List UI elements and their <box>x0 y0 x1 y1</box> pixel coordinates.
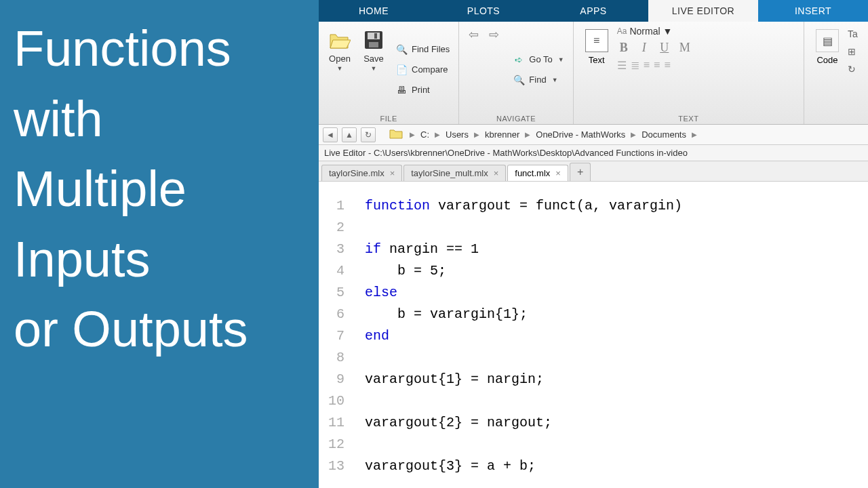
close-icon[interactable]: × <box>555 168 561 178</box>
code-line[interactable]: b = varargin{1}; <box>365 304 868 325</box>
code-line[interactable] <box>365 434 868 455</box>
title-line-2: with <box>14 84 305 155</box>
code-line[interactable] <box>365 347 868 369</box>
app-panel: HOME PLOTS APPS LIVE EDITOR INSERT Open … <box>319 0 868 488</box>
code-line[interactable]: varargout{2} = nargout; <box>365 412 868 434</box>
tab-apps[interactable]: APPS <box>538 0 648 22</box>
text-mode-button[interactable]: ≡ Text <box>579 26 614 113</box>
folder-icon <box>389 128 403 142</box>
italic-button[interactable]: I <box>637 41 651 55</box>
editor-title: Live Editor - C:\Users\kbrenner\OneDrive… <box>319 145 868 161</box>
breadcrumb-sep-icon: ▶ <box>471 131 482 138</box>
goto-button[interactable]: ➪ Go To ▼ <box>509 52 567 68</box>
code-mode-button[interactable]: ▤ Code <box>810 26 845 121</box>
align-left-button[interactable]: ≡ <box>644 59 650 72</box>
close-icon[interactable]: × <box>494 168 499 178</box>
code-line[interactable] <box>365 390 868 412</box>
title-panel: Functions with Multiple Inputs or Output… <box>0 0 319 488</box>
code-line[interactable]: varargout{3} = a + b; <box>365 455 868 477</box>
line-number: 1 <box>319 195 344 217</box>
svg-rect-3 <box>374 33 377 39</box>
monospace-button[interactable]: M <box>678 41 692 55</box>
line-number: 10 <box>319 390 344 412</box>
file-tab[interactable]: taylorSine.mlx × <box>321 165 402 181</box>
print-button[interactable]: 🖶 Print <box>392 82 453 98</box>
file-tab[interactable]: taylorSine_mult.mlx × <box>403 165 506 181</box>
tab-live-editor[interactable]: LIVE EDITOR <box>648 0 758 22</box>
breadcrumb-seg[interactable]: kbrenner <box>484 128 521 141</box>
open-button[interactable]: Open ▼ <box>324 26 355 113</box>
nav-back-button[interactable]: ◄ <box>323 127 338 142</box>
breadcrumb-sep-icon: ▶ <box>689 131 700 138</box>
code-line[interactable]: else <box>365 282 868 304</box>
close-icon[interactable]: × <box>390 168 395 178</box>
save-button[interactable]: Save ▼ <box>358 26 389 113</box>
ribbon-group-text-label: TEXT <box>579 113 798 123</box>
code-line[interactable]: end <box>365 325 868 347</box>
line-number: 8 <box>319 347 344 369</box>
compare-button[interactable]: 📄 Compare <box>392 62 453 78</box>
line-number: 7 <box>319 325 344 347</box>
title-line-1: Functions <box>14 14 305 84</box>
breadcrumb-seg[interactable]: OneDrive - MathWorks <box>534 128 627 141</box>
breadcrumb-sep-icon: ▶ <box>628 131 639 138</box>
code-area[interactable]: function varargout = funct(a, varargin)i… <box>351 195 868 488</box>
run-section-button[interactable]: ⊞ <box>848 46 863 60</box>
floppy-disk-icon <box>363 29 384 51</box>
breadcrumb-seg[interactable]: Users <box>444 128 470 141</box>
ribbon-group-navigate-label: NAVIGATE <box>465 113 567 123</box>
text-style-indicator-icon: Aa <box>617 26 627 36</box>
numbered-list-button[interactable]: ≣ <box>631 59 639 72</box>
breadcrumb-sep-icon: ▶ <box>407 131 418 138</box>
title-line-4: Inputs <box>14 224 305 295</box>
main-tab-bar: HOME PLOTS APPS LIVE EDITOR INSERT <box>319 0 868 22</box>
text-icon: ≡ <box>585 29 608 52</box>
ribbon: Open ▼ Save ▼ 🔍 Find Files 📄 <box>319 22 868 125</box>
line-number: 6 <box>319 304 344 325</box>
nav-refresh-button[interactable]: ↻ <box>361 127 376 142</box>
address-bar: ◄ ▲ ↻ ▶ C: ▶ Users ▶ kbrenner ▶ OneDrive… <box>319 125 868 145</box>
bold-button[interactable]: B <box>617 41 631 55</box>
breadcrumb-seg[interactable]: C: <box>419 128 431 141</box>
code-line[interactable] <box>365 217 868 239</box>
section-break-button[interactable]: Ta <box>848 28 863 42</box>
svg-rect-1 <box>368 33 380 39</box>
breadcrumb: ▶ C: ▶ Users ▶ kbrenner ▶ OneDrive - Mat… <box>407 128 700 141</box>
align-right-button[interactable]: ≡ <box>664 59 670 72</box>
tab-home[interactable]: HOME <box>319 0 429 22</box>
code-line[interactable]: function varargout = funct(a, varargin) <box>365 195 868 217</box>
new-tab-button[interactable]: + <box>570 163 591 181</box>
ribbon-group-file-label: FILE <box>324 113 453 123</box>
nav-back-icon[interactable]: ⇦ <box>469 28 482 42</box>
refactor-button[interactable]: ↻ <box>848 64 863 77</box>
find-button[interactable]: 🔍 Find ▼ <box>509 72 567 88</box>
line-number: 9 <box>319 369 344 390</box>
breadcrumb-sep-icon: ▶ <box>522 131 533 138</box>
ribbon-group-navigate: ⇦ ⇨ ➪ Go To ▼ 🔍 Find ▼ <box>459 22 573 124</box>
nav-up-button[interactable]: ▲ <box>342 127 357 142</box>
breadcrumb-sep-icon: ▶ <box>432 131 443 138</box>
title-line-3: Multiple <box>14 154 305 224</box>
find-files-button[interactable]: 🔍 Find Files <box>392 41 453 58</box>
line-number: 2 <box>319 217 344 239</box>
code-line[interactable]: varargout{1} = nargin; <box>365 369 868 390</box>
underline-button[interactable]: U <box>658 41 671 55</box>
breadcrumb-seg[interactable]: Documents <box>640 128 688 141</box>
dropdown-arrow-icon: ▼ <box>558 56 564 63</box>
nav-forward-icon[interactable]: ⇨ <box>489 28 502 42</box>
line-number: 11 <box>319 412 344 434</box>
line-number: 4 <box>319 260 344 282</box>
svg-rect-2 <box>369 42 378 47</box>
bullet-list-button[interactable]: ☰ <box>617 59 627 72</box>
code-line[interactable]: b = 5; <box>365 260 868 282</box>
align-center-button[interactable]: ≡ <box>654 59 660 72</box>
code-line[interactable]: if nargin == 1 <box>365 239 868 260</box>
file-tab[interactable]: funct.mlx × <box>507 165 568 181</box>
find-files-icon: 🔍 <box>395 43 408 56</box>
tab-plots[interactable]: PLOTS <box>429 0 538 22</box>
code-editor[interactable]: 12345678910111213 function varargout = f… <box>319 182 868 488</box>
file-tab-bar: taylorSine.mlx × taylorSine_mult.mlx × f… <box>319 161 868 182</box>
tab-insert[interactable]: INSERT <box>758 0 868 22</box>
text-style-dropdown[interactable]: Aa Normal ▼ <box>617 26 692 37</box>
ribbon-group-file: Open ▼ Save ▼ 🔍 Find Files 📄 <box>319 22 459 124</box>
